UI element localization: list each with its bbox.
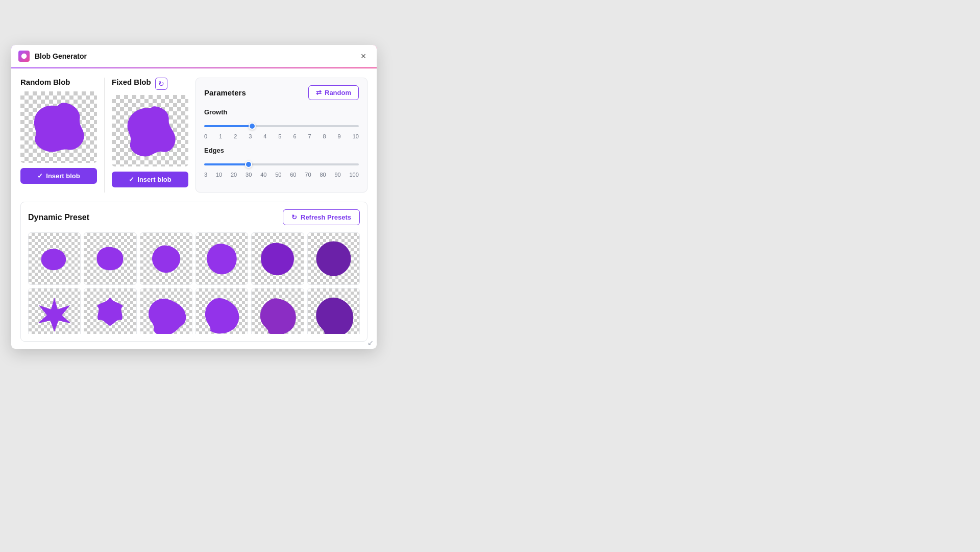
random-blob-insert-button[interactable]: ✓ Insert blob: [20, 168, 97, 184]
preset-item-3[interactable]: [140, 232, 192, 285]
preset-header: Dynamic Preset ↻ Refresh Presets: [28, 209, 360, 225]
svg-point-1: [316, 242, 351, 276]
resize-handle[interactable]: ↙: [368, 339, 374, 347]
preset-item-7[interactable]: [28, 288, 81, 334]
preset-item-10[interactable]: [195, 288, 248, 334]
dynamic-preset-section: Dynamic Preset ↻ Refresh Presets: [20, 202, 368, 342]
preset-item-9[interactable]: [140, 288, 192, 334]
svg-point-0: [41, 249, 66, 270]
edges-labels: 3 10 20 30 40 50 60 70 80 90 100: [204, 172, 359, 178]
growth-labels: 0 1 2 3 4 5 6 7 8 9 10: [204, 133, 359, 139]
preset-item-2[interactable]: [84, 232, 136, 285]
check-icon-2: ✓: [129, 176, 134, 183]
edges-param-group: Edges 3 10 20 30 40 50 60 70 80 90: [204, 147, 359, 178]
fixed-blob-preview: [112, 95, 188, 166]
random-blob-panel: Random Blob ✓ Insert blob: [20, 78, 97, 193]
fixed-blob-header: Fixed Blob ↻: [112, 78, 167, 90]
preset-item-5[interactable]: [251, 232, 304, 285]
check-icon: ✓: [37, 172, 43, 180]
edges-slider[interactable]: [204, 163, 359, 165]
preset-grid-row1: [28, 232, 360, 285]
dialog-body: Random Blob ✓ Insert blob Fixed Blob ↻: [11, 68, 377, 349]
preset-title: Dynamic Preset: [28, 213, 89, 222]
preset-item-11[interactable]: [251, 288, 304, 334]
preset-item-12[interactable]: [307, 288, 360, 334]
growth-label: Growth: [204, 108, 359, 116]
refresh-presets-button[interactable]: ↻ Refresh Presets: [283, 209, 360, 225]
title-bar: Blob Generator ×: [11, 45, 377, 68]
app-icon: [18, 51, 30, 62]
close-button[interactable]: ×: [357, 50, 370, 62]
preset-item-4[interactable]: [195, 232, 248, 285]
growth-slider[interactable]: [204, 125, 359, 127]
parameters-title: Parameters: [204, 88, 246, 97]
shuffle-icon: ⇄: [316, 89, 322, 97]
fixed-blob-insert-button[interactable]: ✓ Insert blob: [112, 172, 188, 187]
refresh-presets-icon: ↻: [291, 213, 297, 221]
random-button[interactable]: ⇄ Random: [308, 85, 359, 100]
fixed-blob-panel: Fixed Blob ↻ ✓ Insert blob: [104, 78, 188, 193]
random-blob-title: Random Blob: [20, 78, 70, 86]
fixed-blob-refresh-button[interactable]: ↻: [155, 78, 167, 90]
edges-label: Edges: [204, 147, 359, 154]
preset-item-8[interactable]: [84, 288, 136, 334]
top-section: Random Blob ✓ Insert blob Fixed Blob ↻: [20, 78, 368, 193]
preset-grid-row2: [28, 288, 360, 334]
preset-item-1[interactable]: [28, 232, 81, 285]
preset-item-6[interactable]: [307, 232, 360, 285]
growth-param-group: Growth 0 1 2 3 4 5 6 7 8 9: [204, 108, 359, 139]
parameters-panel: Parameters ⇄ Random Growth 0 1 2: [195, 78, 368, 193]
parameters-header: Parameters ⇄ Random: [204, 85, 359, 100]
dialog-title: Blob Generator: [35, 52, 357, 60]
random-blob-preview: [20, 91, 97, 163]
blob-generator-dialog: Blob Generator × Random Blob ✓ Insert bl…: [11, 45, 377, 349]
fixed-blob-title: Fixed Blob: [112, 78, 151, 86]
